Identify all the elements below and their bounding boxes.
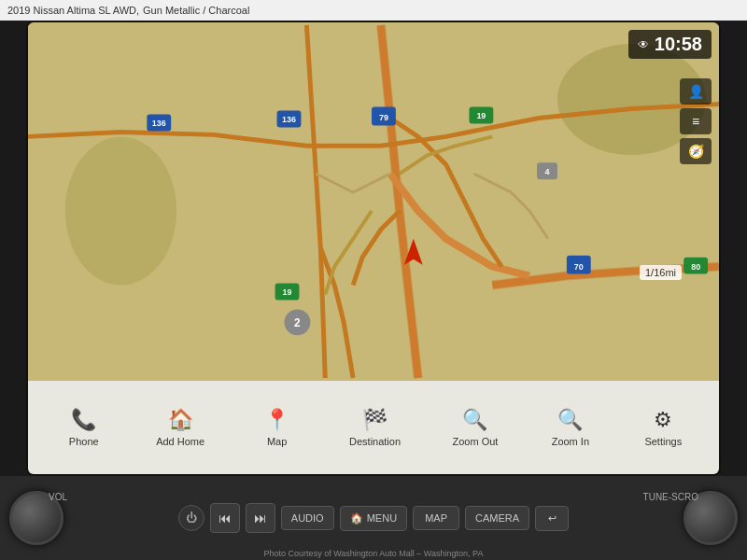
menu-label: MENU	[367, 512, 397, 524]
svg-text:79: 79	[379, 113, 388, 122]
settings-label: Settings	[644, 436, 682, 447]
svg-text:80: 80	[691, 262, 700, 272]
list-icon[interactable]: ≡	[680, 108, 712, 134]
menu-home-icon: 🏠	[350, 512, 363, 525]
bottom-button-row: ⏻ ⏮ ⏭ AUDIO 🏠 MENU MAP CAMERA ↩	[63, 503, 684, 533]
map-area[interactable]: 2 136 136 79 19 4 19	[28, 22, 719, 381]
nav-button-bar: 📞 Phone 🏠 Add Home 📍 Map 🏁 Destination 🔍…	[28, 381, 719, 474]
svg-text:70: 70	[574, 262, 584, 272]
svg-text:136: 136	[282, 115, 296, 124]
physical-controls: VOL TUNE-SCRO ⏻ ⏮ ⏭ AUDIO 🏠 MENU MAP CAM…	[0, 476, 747, 560]
tune-label: TUNE-SCRO	[643, 492, 698, 502]
compass-icon[interactable]: 🧭	[680, 138, 712, 164]
back-icon: ↩	[548, 512, 557, 525]
camera-label: CAMERA	[475, 512, 519, 524]
phone-icon: 📞	[71, 408, 96, 432]
add-home-button[interactable]: 🏠 Add Home	[148, 402, 212, 453]
svg-text:4: 4	[545, 167, 550, 176]
zoom-in-icon: 🔍	[557, 408, 583, 432]
car-title: 2019 Nissan Altima SL AWD,	[7, 5, 139, 16]
vol-label: VOL	[49, 492, 67, 502]
menu-button[interactable]: 🏠 MENU	[340, 506, 407, 531]
settings-icon: ⚙	[654, 408, 672, 432]
zoom-out-label: Zoom Out	[453, 436, 499, 447]
audio-button[interactable]: AUDIO	[281, 506, 334, 530]
add-home-icon: 🏠	[168, 408, 193, 432]
svg-point-2	[65, 136, 176, 285]
phone-label: Phone	[69, 436, 99, 447]
time-overlay: 👁 10:58	[628, 30, 712, 59]
camera-button[interactable]: CAMERA	[465, 506, 529, 530]
contact-icon[interactable]: 👤	[680, 78, 712, 105]
map-button[interactable]: MAP	[413, 506, 459, 530]
infotainment-screen: 2 136 136 79 19 4 19	[26, 21, 721, 476]
back-button[interactable]: ↩	[535, 506, 569, 531]
time-display: 10:58	[655, 34, 702, 55]
destination-label: Destination	[349, 436, 401, 447]
phone-button[interactable]: 📞 Phone	[56, 402, 112, 453]
track-prev-button[interactable]: ⏮	[210, 503, 240, 533]
map-poi-icon: 📍	[264, 408, 289, 432]
car-color: Gun Metallic / Charcoal	[143, 5, 249, 16]
svg-text:19: 19	[283, 287, 292, 297]
zoom-in-button[interactable]: 🔍 Zoom In	[543, 402, 599, 453]
destination-icon: 🏁	[362, 408, 388, 432]
add-home-label: Add Home	[156, 436, 204, 447]
destination-button[interactable]: 🏁 Destination	[342, 402, 408, 453]
scale-indicator: 1/16mi	[640, 265, 682, 280]
map-controls: 👤 ≡ 🧭	[680, 78, 712, 164]
top-bar: 2019 Nissan Altima SL AWD, Gun Metallic …	[0, 0, 747, 21]
audio-label: AUDIO	[291, 512, 324, 524]
power-button[interactable]: ⏻	[178, 505, 204, 531]
zoom-out-button[interactable]: 🔍 Zoom Out	[445, 402, 506, 453]
settings-button[interactable]: ⚙ Settings	[635, 402, 691, 453]
track-next-button[interactable]: ⏭	[246, 503, 275, 533]
zoom-out-icon: 🔍	[462, 408, 487, 432]
svg-text:2: 2	[294, 316, 301, 329]
svg-text:19: 19	[476, 111, 486, 120]
map-poi-label: Map	[267, 436, 287, 447]
map-label: MAP	[425, 512, 447, 524]
svg-text:136: 136	[152, 119, 166, 128]
zoom-in-label: Zoom In	[552, 436, 589, 447]
photo-credit: Photo Courtesy of Washington Auto Mall –…	[0, 549, 747, 558]
map-poi-button[interactable]: 📍 Map	[249, 402, 305, 453]
eye-icon: 👁	[638, 38, 649, 51]
